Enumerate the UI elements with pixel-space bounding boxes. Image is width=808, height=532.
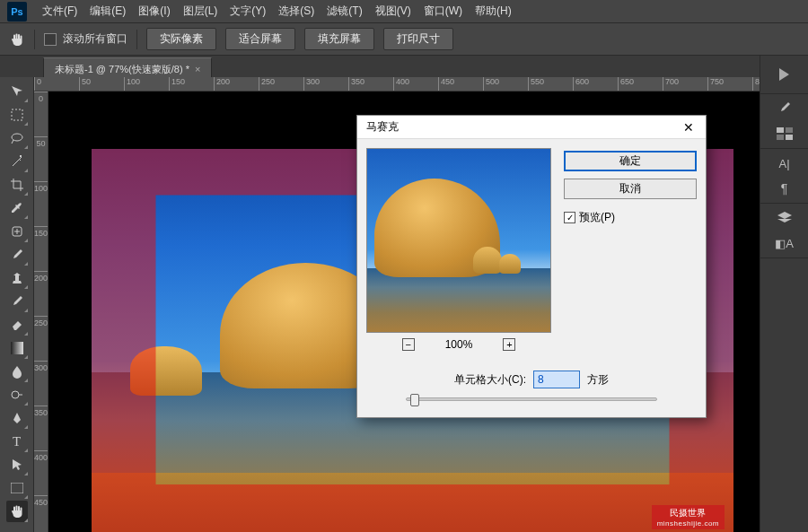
scroll-all-windows-checkbox[interactable]: 滚动所有窗口 — [44, 31, 127, 47]
zoom-in-button[interactable]: + — [503, 338, 515, 351]
svg-rect-4 — [11, 342, 23, 354]
adjustments-panel-icon[interactable]: ◧A — [775, 234, 795, 252]
separator — [34, 30, 35, 49]
move-tool[interactable] — [6, 81, 28, 102]
hand-tool-icon[interactable] — [9, 31, 25, 48]
character-panel-icon[interactable]: A| — [775, 154, 795, 172]
separator — [136, 30, 137, 49]
menu-view[interactable]: 视图(V) — [369, 4, 417, 19]
close-icon[interactable]: ✕ — [675, 118, 702, 136]
crop-tool[interactable] — [6, 174, 28, 196]
watermark-text: 民摄世界 — [670, 508, 706, 518]
marquee-tool[interactable] — [6, 104, 28, 126]
right-panels: A| ¶ ◧A — [760, 56, 808, 532]
ruler-tick: 100 — [34, 181, 48, 226]
watermark: 民摄世界 minsheshijie.com — [652, 505, 725, 529]
document-tab[interactable]: 未标题-1 @ 77%(快速蒙版/8) * × — [43, 57, 212, 77]
slider-thumb[interactable] — [410, 394, 419, 406]
ruler-tick: 300 — [303, 77, 348, 92]
preview-checkbox[interactable]: ✓ 预览(P) — [564, 206, 697, 225]
ruler-tick: 650 — [618, 77, 663, 92]
tab-bar: 未标题-1 @ 77%(快速蒙版/8) * × — [0, 56, 808, 77]
svg-rect-8 — [786, 127, 793, 133]
ruler-tick: 350 — [34, 406, 48, 450]
eyedropper-tool[interactable] — [6, 197, 28, 219]
brush-panel-icon[interactable] — [775, 100, 795, 118]
ruler-tick: 450 — [438, 77, 483, 92]
healing-brush-tool[interactable] — [6, 221, 28, 242]
ruler-tick: 750 — [707, 77, 752, 92]
cell-size-unit: 方形 — [587, 372, 609, 388]
ruler-tick: 550 — [528, 77, 573, 92]
menu-file[interactable]: 文件(F) — [36, 4, 83, 19]
cell-size-input[interactable] — [533, 371, 580, 388]
brush-tool[interactable] — [6, 244, 28, 266]
dialog-preview: − 100% + — [366, 148, 551, 356]
svg-rect-10 — [786, 135, 793, 140]
actual-pixels-button[interactable]: 实际像素 — [146, 28, 216, 50]
preview-image[interactable] — [366, 148, 551, 333]
ruler-tick: 200 — [34, 271, 48, 316]
path-selection-tool[interactable] — [6, 454, 28, 475]
gradient-tool[interactable] — [6, 337, 28, 359]
history-brush-tool[interactable] — [6, 291, 28, 312]
document-tab-title: 未标题-1 @ 77%(快速蒙版/8) * — [55, 63, 189, 76]
menu-select[interactable]: 选择(S) — [272, 4, 321, 19]
close-tab-icon[interactable]: × — [195, 64, 200, 74]
hand-tool[interactable] — [6, 501, 28, 522]
ruler-tick: 400 — [34, 450, 48, 495]
clone-stamp-tool[interactable] — [6, 267, 28, 289]
menu-window[interactable]: 窗口(W) — [417, 4, 469, 19]
rectangle-tool[interactable] — [6, 477, 28, 499]
cell-size-slider[interactable] — [406, 397, 657, 401]
svg-rect-0 — [12, 109, 22, 120]
vertical-ruler: 0 50 100 150 200 250 300 350 400 450 — [34, 92, 48, 532]
ruler-tick: 600 — [573, 77, 618, 92]
lasso-tool[interactable] — [6, 127, 28, 149]
menu-layer[interactable]: 图层(L) — [177, 4, 224, 19]
ruler-tick: 0 — [34, 77, 79, 92]
menu-edit[interactable]: 编辑(E) — [83, 4, 132, 19]
options-bar: 滚动所有窗口 实际像素 适合屏幕 填充屏幕 打印尺寸 — [0, 23, 808, 56]
menu-image[interactable]: 图像(I) — [132, 4, 176, 19]
zoom-out-button[interactable]: − — [402, 338, 415, 351]
menu-help[interactable]: 帮助(H) — [469, 4, 518, 19]
ruler-tick: 150 — [169, 77, 214, 92]
magic-wand-tool[interactable] — [6, 151, 28, 172]
ruler-tick: 250 — [34, 316, 48, 361]
eraser-tool[interactable] — [6, 314, 28, 336]
ruler-tick: 300 — [34, 361, 48, 406]
menu-type[interactable]: 文字(Y) — [224, 4, 272, 19]
menu-filter[interactable]: 滤镜(T) — [321, 4, 368, 19]
fit-screen-button[interactable]: 适合屏幕 — [225, 28, 295, 50]
fill-screen-button[interactable]: 填充屏幕 — [304, 28, 374, 50]
horizontal-ruler: 0 50 100 150 200 250 300 350 400 450 500… — [34, 77, 760, 92]
ruler-tick: 350 — [348, 77, 393, 92]
ruler-tick: 400 — [393, 77, 438, 92]
print-size-button[interactable]: 打印尺寸 — [383, 28, 453, 50]
blur-tool[interactable] — [6, 361, 28, 382]
type-tool[interactable]: T — [6, 431, 28, 452]
mosaic-dialog: 马赛克 ✕ − 100% + 确定 取消 ✓ 预览(P) 单元格大小(C): — [356, 115, 707, 418]
dialog-title: 马赛克 — [366, 119, 399, 135]
layers-panel-icon[interactable] — [775, 209, 795, 227]
ruler-tick: 50 — [79, 77, 124, 92]
tools-panel: T — [0, 77, 34, 532]
ruler-tick: 800 — [752, 77, 760, 92]
paragraph-panel-icon[interactable]: ¶ — [775, 179, 795, 197]
svg-rect-3 — [15, 275, 19, 281]
svg-point-5 — [12, 391, 19, 398]
dialog-titlebar[interactable]: 马赛克 ✕ — [357, 116, 706, 139]
swatches-panel-icon[interactable] — [775, 125, 795, 143]
cancel-button[interactable]: 取消 — [564, 179, 697, 199]
ruler-tick: 250 — [259, 77, 303, 92]
play-icon[interactable] — [779, 68, 789, 81]
ruler-tick: 50 — [34, 136, 48, 181]
ok-button[interactable]: 确定 — [564, 151, 697, 171]
ruler-tick: 700 — [663, 77, 707, 92]
ruler-tick: 200 — [214, 77, 259, 92]
app-logo: Ps — [7, 2, 27, 22]
dodge-tool[interactable] — [6, 384, 28, 406]
pen-tool[interactable] — [6, 407, 28, 429]
zoom-level: 100% — [445, 338, 473, 351]
